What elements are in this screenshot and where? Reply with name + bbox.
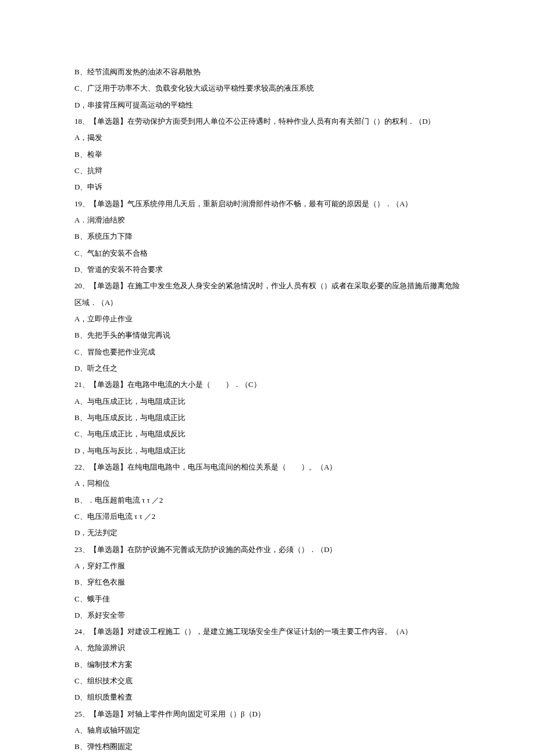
text-line: A、危险源辨识: [74, 640, 461, 656]
text-line: B、穿红色衣服: [74, 574, 461, 590]
text-line: C、冒险也要把作业完成: [74, 344, 461, 360]
text-line: A、与电压成正比，与电阻成正比: [74, 393, 461, 410]
text-line: 21、【单选题】在电路中电流的大小是（ ）．（C）: [74, 377, 461, 393]
text-line: 25、【单选题】对轴上零件作周向固定可采用（）β（D）: [74, 706, 461, 722]
text-line: A、轴肩或轴环固定: [74, 722, 461, 739]
text-line: A．润滑油结胶: [74, 212, 461, 228]
text-line: B、先把手头的事情做完再说: [74, 327, 461, 343]
text-line: A，立即停止作业: [74, 311, 461, 327]
text-line: D，无法判定: [74, 525, 461, 541]
text-line: D、听之任之: [74, 360, 461, 377]
text-line: 24、【单选题】对建设工程施工（），是建立施工现场安全生产保证计划的一项主要工作…: [74, 624, 461, 640]
text-line: D、管道的安装不符合要求: [74, 261, 461, 278]
text-line: 22、【单选题】在纯电阻电路中，电压与电流间的相位关系是（ ）。（A）: [74, 459, 461, 475]
text-line: B、编制技术方案: [74, 657, 461, 673]
text-line: C、与电压成正比，与电阻成反比: [74, 426, 461, 442]
text-line: D、申诉: [74, 179, 461, 195]
text-line: A，穿好工作服: [74, 558, 461, 574]
text-line: C、组织技术交底: [74, 673, 461, 689]
text-line: D，与电压与反比，与电阻成正比: [74, 443, 461, 459]
text-line: B、．电压超前电流 τ τ ／2: [74, 492, 461, 508]
text-line: C、抗辩: [74, 163, 461, 179]
text-line: B、系统压力下降: [74, 228, 461, 245]
text-line: C、电压滞后电流 τ τ ／2: [74, 508, 461, 525]
text-line: A，同相位: [74, 475, 461, 492]
text-line: B、检举: [74, 146, 461, 163]
text-line: A，揭发: [74, 130, 461, 146]
text-line: 23、【单选题】在防护设施不完善或无防护设施的高处作业，必须（）．（D）: [74, 542, 461, 558]
text-line: 18、【单选题】在劳动保护方面受到用人单位不公正待遇时，特种作业人员有向有关部门…: [74, 113, 461, 130]
text-line: 20、【单选题】在施工中发生危及人身安全的紧急情况时，作业人员有权（）或者在采取…: [74, 278, 461, 311]
text-line: C、蛾手佳: [74, 591, 461, 607]
text-line: D、组织质量检查: [74, 689, 461, 705]
text-line: B、经节流阀而发热的油浓不容易散热: [74, 64, 461, 80]
text-line: B、弹性档圈固定: [74, 739, 461, 755]
text-line: B、与电压成反比，与电阻成正比: [74, 410, 461, 426]
text-line: C、广泛用于功率不大、负载变化较大或运动平稳性要求较高的液压系统: [74, 80, 461, 96]
text-line: 19、【单选题】气压系统停用几天后，重新启动时润滑部件动作不畅，最有可能的原因是…: [74, 196, 461, 212]
text-line: D、系好安全带: [74, 607, 461, 624]
document-page: B、经节流阀而发热的油浓不容易散热 C、广泛用于功率不大、负载变化较大或运动平稳…: [0, 0, 535, 756]
text-line: D，串接背压阀可提高运动的平稳性: [74, 97, 461, 113]
text-line: C、气缸的安装不合格: [74, 245, 461, 261]
